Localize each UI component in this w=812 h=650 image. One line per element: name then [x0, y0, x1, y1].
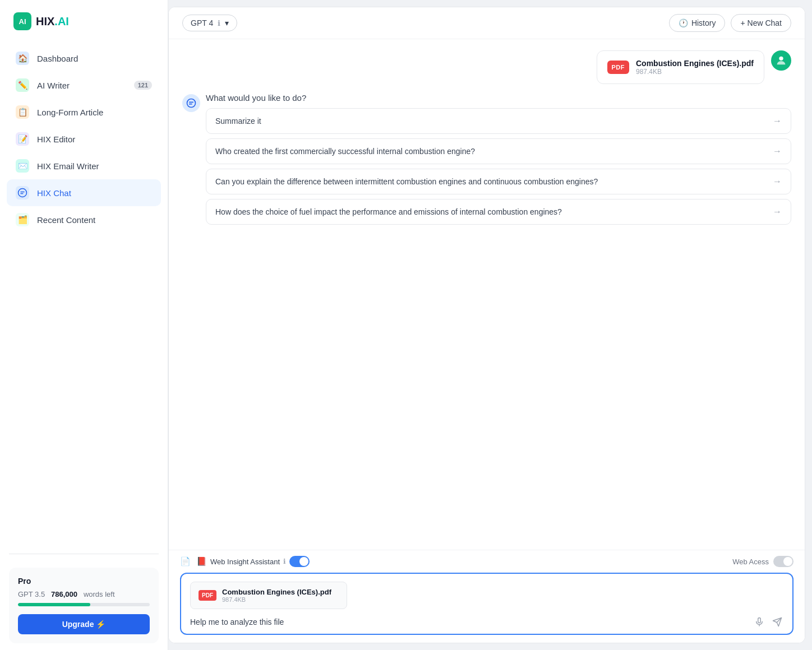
web-access-label: Web Acess: [732, 556, 793, 567]
ai-content: What would you like to do? Summarize it …: [206, 93, 791, 225]
sidebar-item-long-form[interactable]: 📋 Long-Form Article: [7, 99, 161, 126]
sidebar-divider: [9, 554, 159, 554]
upgrade-button[interactable]: Upgrade ⚡: [18, 614, 150, 634]
hix-editor-icon: 📝: [16, 132, 29, 146]
pro-label: Pro: [18, 577, 150, 586]
chat-header: GPT 4 ℹ ▾ 🕐 History + New Chat: [169, 7, 805, 39]
arrow-icon: →: [773, 177, 782, 187]
send-button[interactable]: [771, 616, 783, 628]
attached-file: PDF Combustion Engines (ICEs).pdf 987.4K…: [190, 582, 347, 609]
attached-pdf-icon: PDF: [199, 590, 216, 601]
sidebar: AI HIX.AI 🏠 Dashboard ✏️ AI Writer 121 📋…: [0, 0, 168, 650]
suggestion-item-3[interactable]: How does the choice of fuel impact the p…: [206, 199, 791, 225]
sidebar-item-hix-email-writer[interactable]: ✉️ HIX Email Writer: [7, 152, 161, 179]
suggestion-text: Summarize it: [215, 117, 261, 126]
ai-message: What would you like to do? Summarize it …: [182, 93, 791, 225]
new-chat-button[interactable]: + New Chat: [731, 14, 791, 32]
pdf-size: 987.4KB: [636, 68, 754, 76]
pdf-icon: PDF: [607, 61, 630, 74]
words-left-text: GPT 3.5 786,000 words left: [18, 590, 150, 598]
svg-point-3: [779, 57, 783, 61]
arrow-icon: →: [773, 146, 782, 156]
message-input-text[interactable]: Help me to analyze this file: [190, 618, 753, 626]
history-icon: 🕐: [679, 18, 688, 27]
sidebar-item-dashboard[interactable]: 🏠 Dashboard: [7, 45, 161, 72]
input-actions: [753, 616, 783, 628]
history-button[interactable]: 🕐 History: [669, 14, 726, 32]
web-insight-toggle-switch[interactable]: [289, 556, 310, 567]
sidebar-item-label: Recent Content: [37, 215, 95, 225]
web-insight-info-icon: ℹ: [283, 558, 286, 565]
suggestion-item-1[interactable]: Who created the first commercially succe…: [206, 138, 791, 164]
user-pdf-message: PDF Combustion Engines (ICEs).pdf 987.4K…: [182, 50, 791, 84]
attached-file-name: Combustion Engines (ICEs).pdf: [222, 588, 331, 596]
gpt-label: GPT 4: [191, 18, 213, 27]
user-pdf-bubble: PDF Combustion Engines (ICEs).pdf 987.4K…: [597, 50, 765, 84]
mic-button[interactable]: [753, 616, 765, 628]
web-access-toggle-switch[interactable]: [773, 556, 793, 567]
ai-question: What would you like to do?: [206, 93, 791, 103]
arrow-icon: →: [773, 116, 782, 126]
web-insight-book-icon: 📕: [196, 556, 207, 567]
pdf-name: Combustion Engines (ICEs).pdf: [636, 59, 754, 68]
dashboard-icon: 🏠: [16, 52, 29, 65]
sidebar-item-label: AI Writer: [37, 81, 70, 90]
pdf-info: Combustion Engines (ICEs).pdf 987.4KB: [636, 59, 754, 76]
suggestion-text: Who created the first commercially succe…: [215, 147, 475, 156]
user-avatar: [771, 50, 791, 71]
nav-section: 🏠 Dashboard ✏️ AI Writer 121 📋 Long-Form…: [0, 40, 168, 547]
chat-messages: PDF Combustion Engines (ICEs).pdf 987.4K…: [169, 39, 805, 550]
web-insight-label: Web Insight Assistant: [210, 558, 280, 566]
gpt-info-icon: ℹ: [218, 19, 220, 27]
arrow-icon: →: [773, 207, 782, 217]
ai-avatar: [182, 94, 200, 112]
web-insight-toggle: 📕 Web Insight Assistant ℹ: [196, 556, 310, 567]
web-access-text: Web Acess: [732, 558, 769, 566]
logo-text: HIX.AI: [36, 15, 69, 28]
hix-chat-icon: [16, 186, 29, 199]
words-left-number: 786,000: [51, 590, 77, 598]
logo-area: AI HIX.AI: [0, 0, 168, 40]
svg-text:AI: AI: [19, 17, 26, 26]
sidebar-item-hix-chat[interactable]: HIX Chat: [7, 179, 161, 206]
sidebar-item-label: HIX Editor: [37, 134, 75, 144]
long-form-icon: 📋: [16, 105, 29, 119]
sidebar-item-label: Dashboard: [37, 54, 78, 63]
sidebar-item-hix-editor[interactable]: 📝 HIX Editor: [7, 126, 161, 152]
history-label: History: [691, 18, 716, 27]
sidebar-item-label: Long-Form Article: [37, 108, 103, 117]
hix-email-icon: ✉️: [16, 159, 29, 173]
suggestion-text: How does the choice of fuel impact the p…: [215, 207, 562, 216]
hix-logo-icon: AI: [13, 12, 31, 30]
words-left-label: words left: [84, 590, 115, 598]
suggestion-item-2[interactable]: Can you explain the difference between i…: [206, 169, 791, 194]
web-access-toggle-knob: [783, 557, 792, 566]
words-progress-bar: [18, 603, 150, 606]
chat-input-area: PDF Combustion Engines (ICEs).pdf 987.4K…: [180, 573, 793, 635]
suggestion-text: Can you explain the difference between i…: [215, 177, 598, 186]
header-actions: 🕐 History + New Chat: [669, 14, 791, 32]
ai-writer-badge: 121: [134, 81, 152, 90]
chevron-down-icon: ▾: [225, 18, 229, 27]
toggle-knob: [299, 557, 308, 566]
doc-icon: 📄: [180, 556, 191, 567]
new-chat-label: + New Chat: [740, 18, 782, 27]
input-row: Help me to analyze this file: [190, 616, 783, 628]
suggestion-list: Summarize it → Who created the first com…: [206, 108, 791, 225]
sidebar-item-recent-content[interactable]: 🗂️ Recent Content: [7, 206, 161, 233]
sidebar-item-label: HIX Chat: [37, 188, 71, 198]
chat-bottom: 📄 📕 Web Insight Assistant ℹ Web Acess PD…: [169, 550, 805, 643]
gpt-selector[interactable]: GPT 4 ℹ ▾: [182, 15, 237, 31]
attached-file-size: 987.4KB: [222, 596, 331, 603]
recent-content-icon: 🗂️: [16, 213, 29, 226]
svg-rect-5: [758, 618, 761, 623]
pro-card: Pro GPT 3.5 786,000 words left Upgrade ⚡: [9, 568, 159, 643]
gpt-version: GPT 3.5: [18, 590, 45, 598]
bottom-toolbar: 📄 📕 Web Insight Assistant ℹ Web Acess: [180, 556, 793, 567]
sidebar-item-label: HIX Email Writer: [37, 161, 99, 171]
sidebar-item-ai-writer[interactable]: ✏️ AI Writer 121: [7, 72, 161, 99]
ai-writer-icon: ✏️: [16, 78, 29, 92]
attached-file-info: Combustion Engines (ICEs).pdf 987.4KB: [222, 588, 331, 603]
svg-point-2: [19, 189, 27, 197]
suggestion-item-0[interactable]: Summarize it →: [206, 108, 791, 134]
